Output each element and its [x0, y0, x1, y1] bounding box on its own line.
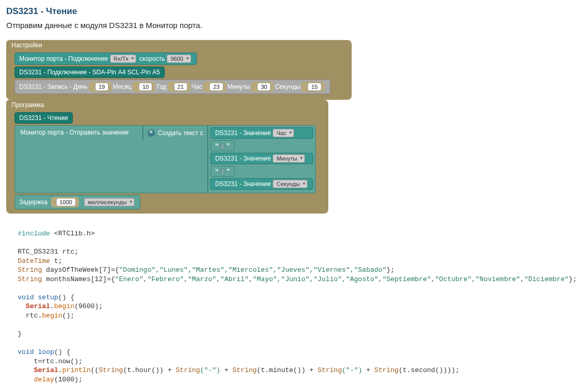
- val-label: DS3231 - Значение: [215, 129, 271, 137]
- settings-header: Настройки: [6, 40, 47, 50]
- val-hour-block[interactable]: DS3231 - Значение Час: [210, 127, 313, 139]
- min-field[interactable]: 30: [257, 83, 271, 91]
- val-min-block[interactable]: DS3231 - Значение Минуты: [210, 153, 313, 164]
- rxtx-dropdown[interactable]: Rx/Tx: [110, 55, 137, 63]
- sep1-block[interactable]: “ : ”: [210, 140, 235, 151]
- val-sec-dropdown[interactable]: Секунды: [273, 180, 308, 188]
- settings-group: Настройки Монитор порта - Подключение Rx…: [6, 40, 352, 100]
- month-field[interactable]: 10: [139, 83, 152, 91]
- ds-conn-block[interactable]: DS3231 - Подключение - SDA-Pin А4 SCL-Pi…: [15, 67, 165, 78]
- sep2-block[interactable]: “ : ”: [210, 166, 235, 177]
- monitor-send-block[interactable]: Монитор порта - Отправить значение Созда…: [15, 125, 316, 193]
- sec-field[interactable]: 15: [308, 83, 321, 91]
- sep1-text: :: [220, 143, 226, 149]
- ds-write-block[interactable]: DS3231 - Запись - День 19 Месяц 10 Год 2…: [15, 80, 330, 94]
- code-block: #include <RTClib.h> RTC_DS3231 rtc; Date…: [18, 229, 582, 384]
- hour-label: Час: [192, 83, 203, 90]
- year-label: Год: [156, 83, 166, 90]
- val-label-3: DS3231 - Значение: [215, 180, 271, 188]
- sep2-text: :: [220, 168, 226, 175]
- delay-label: Задержка: [19, 198, 48, 206]
- val-sec-block[interactable]: DS3231 - Значение Секунды: [210, 178, 313, 190]
- sec-label: Секунды: [275, 83, 300, 90]
- year-field[interactable]: 21: [174, 83, 188, 91]
- delay-unit-dropdown[interactable]: миллисекунды: [84, 198, 135, 206]
- delay-field[interactable]: 1000: [56, 198, 76, 206]
- create-text-label: Создать текст с: [158, 129, 203, 137]
- val-label-2: DS3231 - Значение: [215, 155, 271, 162]
- write-label: DS3231 - Запись - День: [19, 83, 88, 90]
- speed-label: скорость: [139, 55, 165, 62]
- program-group: Программа DS3231 - Чтение Монитор порта …: [6, 100, 328, 214]
- gear-icon[interactable]: [148, 129, 155, 137]
- month-label: Месяц: [113, 83, 131, 90]
- speed-dropdown[interactable]: 9600: [167, 55, 191, 63]
- create-text-col: Создать текст с: [142, 126, 207, 140]
- delay-block[interactable]: Задержка 1000 миллисекунды: [15, 195, 140, 209]
- monitor-send-label: Монитор порта - Отправить значение: [15, 126, 142, 139]
- blockly-canvas: Настройки Монитор порта - Подключение Rx…: [6, 40, 582, 214]
- min-label: Минуты: [228, 83, 250, 90]
- day-field[interactable]: 19: [95, 83, 109, 91]
- text-stack: DS3231 - Значение Час “ : ” DS3231 - Зна…: [207, 126, 315, 193]
- hour-field[interactable]: 23: [209, 83, 223, 91]
- ds-read-block[interactable]: DS3231 - Чтение: [15, 112, 73, 124]
- program-header: Программа: [6, 100, 49, 110]
- val-min-dropdown[interactable]: Минуты: [273, 154, 305, 163]
- monitor-conn-block[interactable]: Монитор порта - Подключение Rx/Tx скорос…: [15, 52, 197, 65]
- page-title: DS3231 - Чтение: [6, 6, 582, 17]
- monitor-conn-label: Монитор порта - Подключение: [19, 55, 108, 62]
- val-hour-dropdown[interactable]: Час: [273, 129, 294, 137]
- intro-text: Отправим данные с модуля DS3231 в Монито…: [6, 21, 582, 30]
